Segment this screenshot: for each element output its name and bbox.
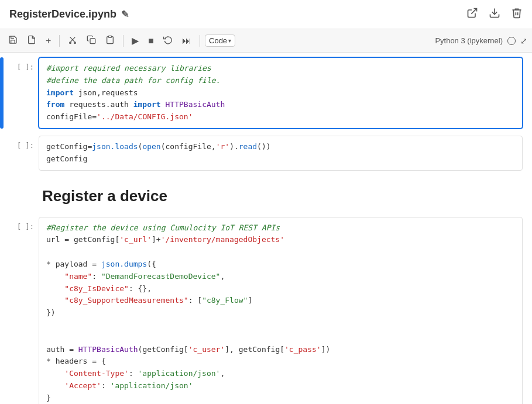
svg-rect-7 xyxy=(109,36,112,37)
add-cell-button[interactable]: + xyxy=(42,34,54,48)
notebook-filename: RegisterDevice.ipynb xyxy=(9,8,116,20)
header-actions xyxy=(466,7,523,22)
cell-1-line-4: from requests.auth import HTTPBasicAuth xyxy=(46,100,225,109)
cell-1-line-2: #define the data path for config file. xyxy=(46,76,220,85)
cell-1-line-3: import json,requests xyxy=(46,88,138,97)
cell-3-headers: headers = { xyxy=(56,357,106,365)
cell-1-content[interactable]: #import required necessary libraries #de… xyxy=(39,57,523,129)
cell-2: [ ]: getConfig=json.loads(open(configFil… xyxy=(0,133,532,173)
open-external-icon[interactable] xyxy=(466,7,478,22)
cell-1-line-1: #import required necessary libraries xyxy=(46,64,211,72)
toolbar-divider-2 xyxy=(123,35,123,47)
cell-3-payload-measurements: "c8y_SupportedMeasurements": ["c8y_Flow"… xyxy=(46,296,252,305)
paste-button[interactable] xyxy=(102,33,118,49)
stop-button[interactable]: ■ xyxy=(145,34,157,48)
cell-3-accept: 'Accept': 'application/json' xyxy=(46,381,193,390)
cell-3-headers-marker: * xyxy=(46,357,51,365)
notebook-toolbar: + ▶ ■ ⏭ Code ▾ Python 3 (ipykernel) xyxy=(0,29,532,53)
cell-type-dropdown-icon: ▾ xyxy=(228,37,231,44)
toolbar-divider-1 xyxy=(59,35,60,47)
run-button[interactable]: ▶ xyxy=(128,33,142,48)
register-device-heading: Register a device xyxy=(42,187,523,205)
cell-3-number: [ ]: xyxy=(4,217,39,231)
cell-2-line-2: getConfig xyxy=(46,154,87,163)
svg-line-0 xyxy=(471,9,476,14)
cell-1-line-5: configFile='../Data/CONFIG.json' xyxy=(46,112,193,121)
cell-3-content-type: 'Content-Type': 'application/json', xyxy=(46,369,225,378)
cell-3-payload-isdevice: "c8y_IsDevice": {}, xyxy=(46,284,152,293)
svg-rect-6 xyxy=(90,39,95,44)
cell-3-blank1 xyxy=(46,333,51,341)
cell-1: [ ]: #import required necessary librarie… xyxy=(0,55,532,131)
cut-button[interactable] xyxy=(64,33,81,49)
restart-button[interactable] xyxy=(160,33,176,49)
cell-2-line-1: getConfig=json.loads(open(configFile,'r'… xyxy=(46,142,271,151)
cell-3-payload: payload = json.dumps({ xyxy=(56,260,156,268)
cell-2-number: [ ]: xyxy=(4,136,39,171)
kernel-info: Python 3 (ipykernel) ⤢ xyxy=(435,36,527,46)
cell-3-url: url = getConfig['c_url']+'/inventory/man… xyxy=(46,235,284,244)
notebook-content: [ ]: #import required necessary librarie… xyxy=(0,55,532,404)
download-icon[interactable] xyxy=(489,7,500,22)
kernel-label: Python 3 (ipykernel) xyxy=(435,36,503,45)
cell-3-payload-close: }) xyxy=(46,308,56,317)
cell-3-auth: auth = HTTPBasicAuth(getConfig['c_user']… xyxy=(46,345,330,354)
edit-filename-icon[interactable]: ✎ xyxy=(121,9,129,20)
save-button[interactable] xyxy=(5,33,21,49)
notebook-header: RegisterDevice.ipynb ✎ xyxy=(0,0,532,29)
cell-type-select[interactable]: Code ▾ xyxy=(205,34,235,47)
cell-3-headers-close: } xyxy=(46,393,51,402)
kernel-status-icon xyxy=(507,37,516,45)
cell-3-content[interactable]: #Register the device using Cumulocity Io… xyxy=(39,217,523,404)
copy-button[interactable] xyxy=(83,33,99,49)
cell-3-payload-name: "name": "DemandForecastDemoDevice", xyxy=(46,272,225,281)
cell-1-number: [ ]: xyxy=(4,57,39,129)
cell-2-content[interactable]: getConfig=json.loads(open(configFile,'r'… xyxy=(39,136,523,171)
cell-3: [ ]: #Register the device using Cumuloci… xyxy=(0,215,532,404)
expand-icon[interactable]: ⤢ xyxy=(520,36,527,46)
markdown-cell-1: Register a device xyxy=(0,175,532,212)
delete-icon[interactable] xyxy=(511,7,523,22)
run-all-button[interactable]: ⏭ xyxy=(179,34,195,48)
toolbar-divider-3 xyxy=(200,35,200,47)
cell-3-payload-marker: * xyxy=(46,260,51,268)
cell-type-label: Code xyxy=(209,36,227,45)
new-file-button[interactable] xyxy=(23,33,40,49)
notebook-title-area: RegisterDevice.ipynb ✎ xyxy=(9,8,129,20)
cell-3-comment: #Register the device using Cumulocity Io… xyxy=(46,223,280,232)
